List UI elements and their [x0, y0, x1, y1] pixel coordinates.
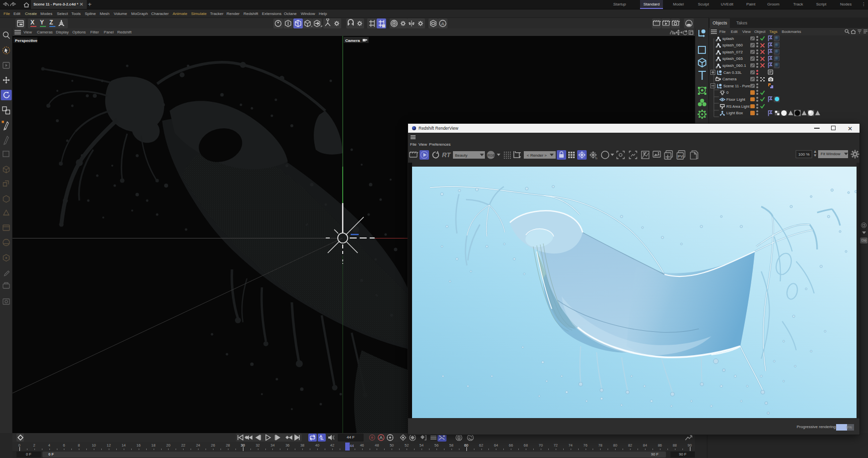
svg-text:A: A	[441, 21, 444, 26]
svg-text:0: 0	[716, 67, 717, 68]
svg-text:0: 0	[716, 46, 717, 48]
svg-text:A: A	[380, 435, 383, 440]
svg-text:Perspective: Perspective	[15, 38, 37, 43]
svg-text:0: 0	[716, 60, 717, 61]
svg-text:Beauty: Beauty	[455, 153, 467, 158]
svg-text:< Render >: < Render >	[527, 153, 547, 158]
svg-text:RGB: RGB	[487, 154, 495, 157]
svg-text:RT: RT	[442, 151, 451, 159]
svg-text:G: G	[595, 157, 598, 160]
svg-text:0: 0	[716, 39, 717, 41]
svg-text:PV: PV	[678, 154, 683, 159]
svg-text:Camera: Camera	[345, 38, 360, 43]
svg-text:0: 0	[716, 53, 717, 54]
